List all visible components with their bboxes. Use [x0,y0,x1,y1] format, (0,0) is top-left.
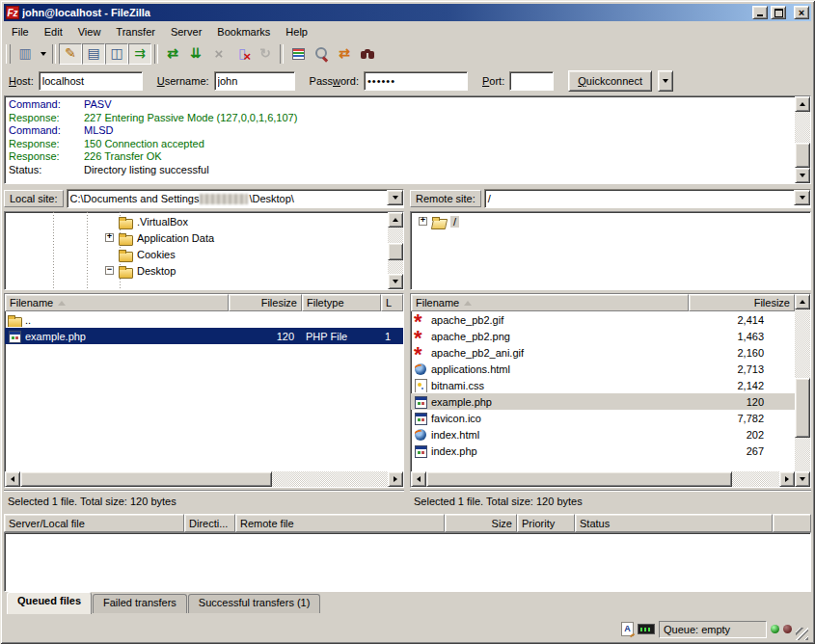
tree-item-application-data[interactable]: +Application Data [5,229,388,246]
scroll-down-button[interactable] [795,168,810,183]
file-row-apache-pb2-png[interactable]: apache_pb2.png1,463 [411,328,795,344]
directory-comparison-button[interactable] [310,43,333,65]
toggle-transfer-queue-button[interactable] [128,43,151,65]
password-input[interactable] [364,71,468,91]
column-header-l[interactable]: L [381,294,403,311]
username-input[interactable] [214,71,295,91]
file-row-applications-html[interactable]: applications.html2,713 [411,361,795,377]
queue-column-server-local-file[interactable]: Server/Local file [4,514,184,532]
file-row-apache-pb2-gif[interactable]: apache_pb2.gif2,414 [411,311,795,328]
local-site-dropdown-button[interactable] [387,190,403,205]
tab-successful-transfers-1[interactable]: Successful transfers (1) [188,594,321,613]
file-row-index-html[interactable]: index.html202 [411,426,795,443]
toolbar-grip[interactable] [6,44,11,64]
host-input[interactable] [39,71,143,91]
local-directory-tree: .VirtualBox+Application DataCookies−Desk… [4,211,404,290]
refresh-button[interactable] [161,43,184,65]
scrollbar-track[interactable] [426,471,779,487]
file-row-item[interactable]: .. [5,311,403,328]
queue-column-directi[interactable]: Directi... [184,514,235,532]
column-header-filetype[interactable]: Filetype [302,294,381,311]
queue-column-size[interactable]: Size [445,514,517,532]
scrollbar-track[interactable] [795,309,810,471]
file-row-index-php[interactable]: index.php267 [411,443,795,459]
column-header-filesize[interactable]: Filesize [229,294,302,311]
scrollbar-thumb[interactable] [20,471,272,487]
synchronized-browsing-button[interactable] [333,43,356,65]
scrollbar-thumb[interactable] [795,378,810,438]
scroll-down-button[interactable] [388,274,403,289]
scroll-up-button[interactable] [795,96,810,112]
scrollbar-thumb[interactable] [426,471,732,487]
column-header-filename[interactable]: Filename [5,294,229,311]
tree-item-cookies[interactable]: Cookies [5,246,388,262]
tree-expander[interactable]: + [105,233,114,242]
find-files-button[interactable] [356,43,379,65]
reconnect-button[interactable] [254,43,277,65]
scroll-right-button[interactable] [779,471,795,487]
file-row-example-php[interactable]: example.php120PHP File1 [5,328,403,344]
toggle-remote-tree-button[interactable] [105,43,128,65]
quickconnect-dropdown-button[interactable] [658,70,673,92]
site-manager-button[interactable] [14,43,37,65]
column-header-filesize[interactable]: Filesize [689,294,795,311]
file-row-example-php[interactable]: example.php120 [411,393,795,410]
indicator-badge-icon [638,624,655,634]
remote-site-dropdown-button[interactable] [794,190,810,205]
tab-failed-transfers[interactable]: Failed transfers [93,594,187,613]
menu-view[interactable]: View [70,24,109,40]
scrollbar-thumb[interactable] [795,143,810,168]
scroll-up-button[interactable] [388,212,403,228]
menu-help[interactable]: Help [278,24,315,40]
tab-queued-files[interactable]: Queued files [7,592,92,614]
disconnect-button[interactable] [231,43,254,65]
file-row-apache-pb2-ani-gif[interactable]: apache_pb2_ani.gif2,160 [411,344,795,361]
title-bar[interactable]: Fz john@localhost - FileZilla × [4,4,811,21]
queue-column-priority[interactable]: Priority [517,514,575,532]
tree-item-root[interactable]: + / [411,213,810,229]
tree-expander[interactable]: + [419,217,427,226]
quickconnect-button[interactable]: Quickconnect [568,70,652,92]
remote-list-hscrollbar[interactable] [411,471,795,487]
scroll-right-button[interactable] [388,471,403,487]
menu-transfer[interactable]: Transfer [108,24,163,40]
message-log-scrollbar[interactable] [795,96,810,183]
file-row-favicon-ico[interactable]: favicon.ico7,782 [411,410,795,426]
menu-edit[interactable]: Edit [37,24,70,40]
scroll-down-button[interactable] [795,471,810,487]
cancel-button[interactable] [207,43,231,65]
scrollbar-track[interactable] [388,228,403,274]
queue-column-status[interactable]: Status [575,514,773,532]
process-queue-button[interactable] [184,43,207,65]
column-header-filename[interactable]: Filename [411,294,689,311]
menu-bookmarks[interactable]: Bookmarks [209,24,278,40]
scrollbar-track[interactable] [795,112,810,168]
close-button[interactable]: × [794,6,809,19]
menu-server[interactable]: Server [163,24,209,40]
tree-item-desktop[interactable]: −Desktop [5,262,388,279]
filter-button[interactable] [286,43,310,65]
port-input[interactable] [509,71,554,91]
tree-expander[interactable]: − [105,266,114,275]
local-tree-scrollbar[interactable] [388,212,403,289]
scroll-up-button[interactable] [795,294,810,309]
resize-grip[interactable] [796,628,808,640]
scrollbar-track[interactable] [20,471,388,487]
toggle-message-log-button[interactable] [59,43,82,65]
local-list-hscrollbar[interactable] [5,471,403,487]
scrollbar-thumb[interactable] [388,243,403,260]
scroll-left-button[interactable] [5,471,20,487]
remote-list-vscrollbar[interactable] [795,294,810,487]
menu-file[interactable]: File [4,24,37,40]
maximize-button[interactable] [771,6,786,19]
file-row-bitnami-css[interactable]: bitnami.css2,142 [411,377,795,393]
minimize-button[interactable] [752,6,768,19]
log-message: PASV [84,98,112,112]
queue-column-remote-file[interactable]: Remote file [235,514,445,532]
scroll-left-button[interactable] [411,471,426,487]
toggle-local-tree-button[interactable] [82,43,105,65]
tree-item-virtualbox[interactable]: .VirtualBox [5,213,388,229]
site-manager-dropdown-button[interactable] [37,43,49,65]
local-site-combo[interactable]: C:\Documents and Settings\Desktop\ [67,189,404,208]
remote-site-combo[interactable]: / [484,189,811,208]
